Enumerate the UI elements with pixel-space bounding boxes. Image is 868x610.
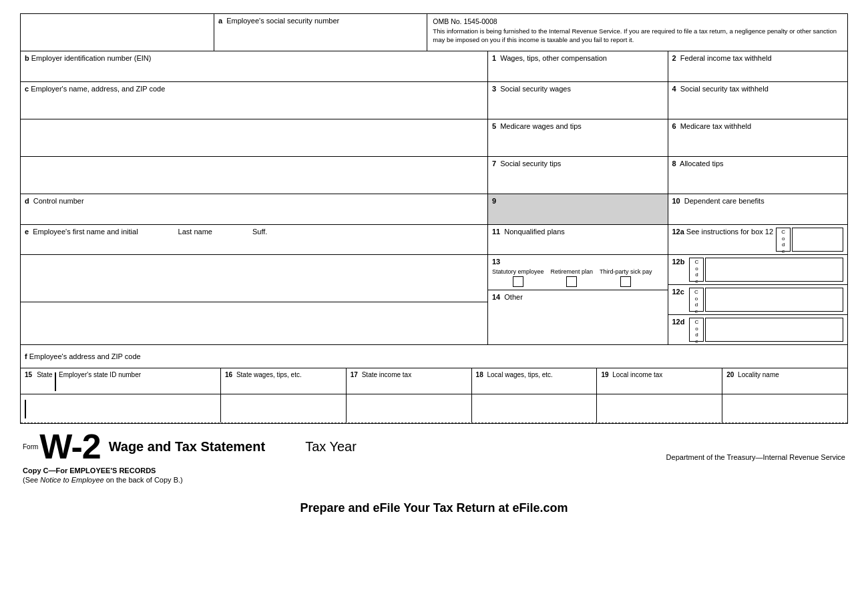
code-value-12a — [792, 228, 843, 252]
col-13-14: 13 Statutory employee Retirement plan Th… — [488, 255, 668, 344]
field-5-text: Medicare wages and tips — [500, 122, 582, 130]
field-1-text: Wages, tips, other compensation — [500, 54, 607, 62]
code-e3: e — [695, 308, 698, 315]
code-e4: e — [695, 338, 698, 345]
cell-box1: 1 Wages, tips, other compensation — [488, 51, 668, 81]
field-6-number: 6 — [672, 122, 676, 130]
cell-box12c: 12c C o d e — [668, 285, 848, 315]
col-12bcd: 12b C o d e 12c C o d e — [668, 255, 848, 344]
combined-rows-8-10: 13 Statutory employee Retirement plan Th… — [21, 255, 847, 345]
field-12b-number: 12b — [672, 258, 685, 266]
field-f-text: Employee's address and ZIP code — [29, 352, 141, 360]
field-18-text: Local wages, tips, etc. — [487, 371, 553, 378]
field-1-number: 1 — [492, 54, 496, 62]
field-3-number: 3 — [492, 85, 496, 93]
code-d2: d — [695, 272, 698, 278]
thirdparty-checkbox[interactable] — [620, 276, 631, 287]
field-20-number: 20 — [726, 371, 734, 378]
code-box-12d: C o d e — [689, 318, 704, 342]
footer-area: Form W-2 Wage and Tax Statement Tax Year… — [20, 429, 848, 484]
cell-box6: 6 Medicare tax withheld — [668, 119, 848, 156]
field-c-letter: c — [25, 85, 29, 93]
form-label: Form — [23, 443, 38, 450]
row-dashed-separator — [21, 394, 847, 423]
w2-big-title: W-2 — [39, 429, 100, 464]
field-11-text: Nonqualified plans — [504, 228, 565, 236]
field-13-number: 13 — [492, 258, 500, 266]
cell-box20: 20 Locality name — [722, 368, 847, 394]
field-12c-number: 12c — [672, 288, 684, 296]
field-19-text: Local income tax — [612, 371, 662, 378]
cell-c-continued-2 — [21, 157, 488, 194]
state-line: 15 State Employer's state ID number — [25, 371, 141, 391]
cell-box16: 16 State wages, tips, etc. — [221, 368, 347, 394]
field-15-state: State — [37, 371, 52, 378]
field-e-letter: e — [25, 228, 29, 236]
code-e2: e — [695, 278, 698, 285]
cell-box9: 9 — [488, 194, 668, 224]
field-e-suff-text: Suff. — [252, 228, 267, 236]
cell-box17: 17 State income tax — [347, 368, 472, 394]
field-15-number: 15 — [25, 371, 32, 378]
tax-year: Tax Year — [305, 439, 357, 454]
statutory-checkbox[interactable] — [513, 276, 523, 287]
cell-box12a: 12a See instructions for box 12 C o d e — [668, 225, 848, 254]
field-6-text: Medicare tax withheld — [680, 122, 751, 130]
cell-box11: 11 Nonqualified plans — [488, 225, 668, 254]
field-12a-text: See instructions for box 12 — [686, 228, 773, 236]
cell-20-data — [722, 394, 847, 422]
field-a-letter: a — [218, 17, 222, 25]
row-c-3-4: c Employer's name, address, and ZIP code… — [21, 82, 847, 119]
field-e-first-text: Employee's first name and initial — [33, 228, 138, 236]
code-d3: d — [695, 302, 698, 308]
name-entry-area — [21, 255, 487, 302]
w2-title-row: Form W-2 Wage and Tax Statement Tax Year… — [23, 429, 845, 464]
state-divider — [55, 372, 56, 391]
cell-box2: 2 Federal income tax withheld — [668, 51, 848, 81]
cell-d: d Control number — [21, 194, 488, 224]
field-2-text: Federal income tax withheld — [680, 54, 772, 62]
row-a-header: a Employee's social security number OMB … — [21, 14, 847, 51]
checkbox-thirdparty: Third-party sick pay — [600, 268, 652, 287]
field-14-text: Other — [504, 293, 523, 301]
field-15-employer-id: Employer's state ID number — [59, 371, 141, 378]
cell-box19: 19 Local income tax — [597, 368, 722, 394]
cell-box18: 18 Local wages, tips, etc. — [472, 368, 598, 394]
field-e-last-text: Last name — [178, 228, 212, 236]
field-8-number: 8 — [672, 160, 676, 168]
field-c-text: Employer's name, address, and ZIP code — [31, 85, 165, 93]
field-2-number: 2 — [672, 54, 676, 62]
field-18-number: 18 — [476, 371, 483, 378]
code-c4: C — [695, 319, 699, 326]
row-15-20-header: 15 State Employer's state ID number 16 S… — [21, 368, 847, 394]
retirement-label: Retirement plan — [551, 268, 594, 275]
cell-box3: 3 Social security wages — [488, 82, 668, 119]
field-16-text: State wages, tips, etc. — [236, 371, 302, 378]
cell-box12d: 12d C o d e — [668, 315, 848, 344]
omb-number: OMB No. 1545-0008 — [433, 17, 842, 26]
cell-box14: 14 Other — [488, 290, 668, 344]
field-d-letter: d — [25, 197, 29, 205]
w2-form: a Employee's social security number OMB … — [20, 13, 848, 424]
name-entry-area-2 — [21, 302, 487, 344]
cell-box12b: 12b C o d e — [668, 255, 848, 285]
cell-c-continued — [21, 119, 488, 156]
efile-banner: Prepare and eFile Your Tax Return at eFi… — [20, 496, 848, 521]
code-value-12d — [705, 318, 843, 342]
field-f-letter: f — [25, 352, 27, 360]
field-4-number: 4 — [672, 85, 676, 93]
field-19-number: 19 — [601, 371, 608, 378]
row-c-cont-7-8: 7 Social security tips 8 Allocated tips — [21, 157, 847, 194]
cell-box15: 15 State Employer's state ID number — [21, 368, 221, 394]
notice-line: (See Notice to Employee on the back of C… — [23, 476, 845, 484]
field-7-number: 7 — [492, 160, 496, 168]
cell-16-data — [221, 394, 347, 422]
retirement-checkbox[interactable] — [566, 276, 577, 287]
checkbox-retirement: Retirement plan — [551, 268, 594, 287]
field-17-text: State income tax — [362, 371, 411, 378]
left-name-block — [21, 255, 488, 344]
cell-box7: 7 Social security tips — [488, 157, 668, 194]
code-box-12a: C o d e — [776, 228, 791, 252]
code-o3: o — [695, 296, 698, 302]
row-b-1-2: b Employer identification number (EIN) 1… — [21, 51, 847, 82]
